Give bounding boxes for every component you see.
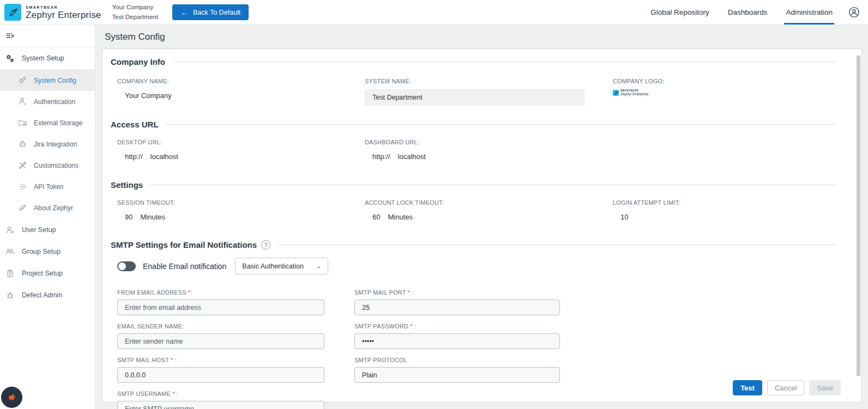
sidebar-item-group-setup[interactable]: Group Setup <box>0 241 95 263</box>
sender-name-field: EMAIL SENDER NAME: <box>117 323 354 349</box>
sidebar-item-jira-integration[interactable]: Jira Integration <box>0 133 95 155</box>
chevron-down-icon: ⌄ <box>316 263 321 270</box>
company-name-text: Your Company <box>112 3 158 12</box>
back-arrow-icon: ← <box>180 8 188 17</box>
test-button[interactable]: Test <box>733 380 762 395</box>
gears-icon <box>18 76 27 85</box>
field-label: SMTP MAIL PORT <box>354 289 408 296</box>
sidebar: System Setup System Config <box>0 25 95 409</box>
account-lock-timeout-label: ACCOUNT LOCK TIMEOUT: <box>365 199 613 206</box>
section-settings: Settings <box>103 180 836 190</box>
gears-icon <box>5 54 15 63</box>
back-to-default-button[interactable]: ← Back To Default <box>172 4 249 20</box>
desktop-url-host: localhost <box>150 152 178 161</box>
smtp-host-field: SMTP MAIL HOST * : <box>117 357 354 383</box>
auth-type-dropdown[interactable]: Basic Authentication ⌄ <box>235 258 328 274</box>
mini-logo-text: SMARTBEAR Zephyr Enterprise <box>620 90 649 96</box>
user-check-icon <box>18 97 27 106</box>
sidebar-item-system-config[interactable]: System Config <box>0 70 95 91</box>
sidebar-item-label: External Storage <box>34 119 82 127</box>
session-timeout-field: SESSION TIMEOUT: 90 Minutes <box>117 199 365 221</box>
login-attempt-limit-value: 10 <box>620 213 628 221</box>
section-rule <box>149 185 836 185</box>
field-colon: : <box>191 289 192 296</box>
nav-administration[interactable]: Administration <box>776 0 842 25</box>
smtp-password-field: SMTP PASSWORD * : <box>354 323 861 349</box>
company-logo-image: SMARTBEAR Zephyr Enterprise <box>613 90 861 96</box>
nav-global-repository[interactable]: Global Repository <box>641 0 718 25</box>
desktop-url-field: DESKTOP URL: http:// localhost <box>117 139 365 161</box>
sidebar-collapse-icon[interactable] <box>5 32 15 40</box>
account-lock-timeout-field: ACCOUNT LOCK TIMEOUT: 60 Minutes <box>365 199 613 221</box>
field-colon: : <box>413 323 417 329</box>
sidebar-item-project-setup[interactable]: Project Setup <box>0 263 95 284</box>
help-icon[interactable]: ? <box>261 240 270 249</box>
system-name-label: SYSTEM NAME: <box>365 78 613 84</box>
section-rule <box>172 62 836 62</box>
smtp-protocol-field: SMTP PROTOCOL <box>354 357 861 383</box>
section-title: Access URL <box>111 120 159 129</box>
sidebar-item-label: Project Setup <box>22 270 63 277</box>
smartbear-label: SMARTBEAR <box>26 5 101 9</box>
sidebar-item-about-zephyr[interactable]: About Zephyr <box>0 197 95 218</box>
smtp-protocol-input[interactable] <box>354 367 560 383</box>
company-department-block: Your Company Test Department <box>112 3 158 22</box>
smtp-username-input[interactable] <box>117 401 324 409</box>
clipboard-icon <box>5 269 15 278</box>
bug-icon <box>5 291 15 300</box>
vertical-scrollbar[interactable] <box>857 56 860 376</box>
sidebar-item-defect-admin[interactable]: Defect Admin <box>0 284 95 306</box>
zephyr-logo-icon <box>4 4 21 21</box>
brand-text: SMARTBEAR Zephyr Enterprise <box>26 5 101 20</box>
section-smtp: SMTP Settings for Email Notifications ? <box>103 240 836 249</box>
cancel-button[interactable]: Cancel <box>767 380 804 395</box>
sidebar-item-customizations[interactable]: Customizations <box>0 155 95 176</box>
field-label: EMAIL SENDER NAME <box>117 323 182 329</box>
field-colon: : <box>182 323 184 329</box>
desktop-url-scheme: http:// <box>125 152 143 161</box>
enable-email-toggle[interactable] <box>117 261 136 271</box>
megaphone-icon <box>7 392 17 403</box>
sidebar-group-system-setup[interactable]: System Setup <box>0 47 95 69</box>
field-colon: : <box>175 390 179 397</box>
sidebar-collapse-row <box>0 25 95 47</box>
session-timeout-label: SESSION TIMEOUT: <box>117 199 365 206</box>
sidebar-item-label: Customizations <box>34 162 79 169</box>
smtp-password-input[interactable] <box>354 333 560 349</box>
zephyr-logo-icon <box>613 90 619 96</box>
company-logo-field: COMPANY LOGO: SMARTBEAR Zephyr Enterpris… <box>613 78 861 106</box>
section-title: Company Info <box>111 57 165 66</box>
section-rule <box>277 245 836 245</box>
crossed-tools-icon <box>18 161 27 170</box>
back-button-label: Back To Default <box>193 9 240 16</box>
sidebar-item-api-token[interactable]: API Token <box>0 176 95 197</box>
sidebar-item-external-storage[interactable]: External Storage <box>0 112 95 133</box>
feather-icon <box>18 203 27 212</box>
department-name-text: Test Department <box>112 13 158 22</box>
product-name: Zephyr Enterprise <box>26 10 101 20</box>
session-timeout-value: 90 <box>125 213 132 221</box>
system-name-input[interactable] <box>365 89 584 106</box>
sidebar-item-label: Defect Admin <box>22 291 62 299</box>
section-title: SMTP Settings for Email Notifications <box>111 240 257 249</box>
user-avatar-icon[interactable] <box>848 7 860 18</box>
save-button[interactable]: Save <box>809 380 841 395</box>
account-lock-timeout-value: 60 <box>372 213 380 221</box>
field-colon: : <box>173 357 177 363</box>
sender-name-input[interactable] <box>117 333 324 349</box>
folder-gear-icon <box>18 118 27 127</box>
nav-dashboards[interactable]: Dashboards <box>719 0 777 25</box>
desktop-url-label: DESKTOP URL: <box>117 139 365 145</box>
section-company-info: Company Info <box>103 57 836 66</box>
sidebar-item-authentication[interactable]: Authentication <box>0 91 95 112</box>
smtp-port-input[interactable] <box>354 300 560 315</box>
toggle-knob <box>118 263 126 270</box>
sidebar-item-user-setup[interactable]: User Setup <box>0 219 95 241</box>
support-chat-button[interactable] <box>1 387 22 408</box>
smtp-host-input[interactable] <box>117 367 324 383</box>
mini-product-name: Zephyr Enterprise <box>620 93 649 96</box>
company-name-field: COMPANY NAME: Your Company <box>117 78 365 106</box>
from-email-input[interactable] <box>117 300 324 315</box>
system-config-card: Company Info COMPANY NAME: Your Company … <box>102 48 862 402</box>
field-label: SMTP PASSWORD <box>354 323 410 329</box>
